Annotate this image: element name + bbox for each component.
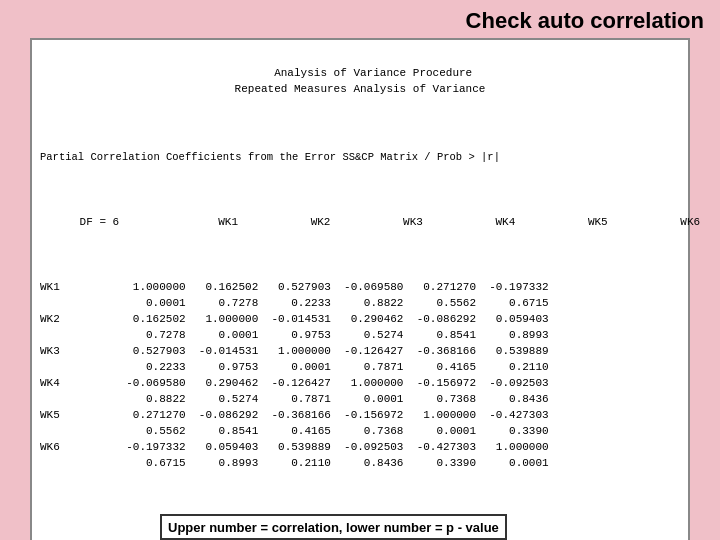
- header-line1: Analysis of Variance Procedure: [274, 67, 472, 79]
- annotation-container: Upper number = correlation, lower number…: [160, 508, 680, 540]
- df-line: DF = 6: [80, 216, 120, 228]
- header: Analysis of Variance Procedure Repeated …: [40, 50, 680, 114]
- annotation-text: Upper number = correlation, lower number…: [168, 520, 499, 535]
- corr-row: WK1 1.000000 0.162502 0.527903 -0.069580…: [40, 280, 680, 312]
- main-box: Analysis of Variance Procedure Repeated …: [30, 38, 690, 540]
- corr-row: WK6 -0.197332 0.059403 0.539889 -0.09250…: [40, 440, 680, 472]
- corr-row: WK4 -0.069580 0.290462 -0.126427 1.00000…: [40, 376, 680, 408]
- corr-rows: WK1 1.000000 0.162502 0.527903 -0.069580…: [40, 280, 680, 471]
- corr-row: WK5 0.271270 -0.086292 -0.368166 -0.1569…: [40, 408, 680, 440]
- partial-corr-section: Partial Correlation Coefficients from th…: [40, 118, 680, 504]
- page-title: Check auto correlation: [0, 0, 720, 38]
- annotation-box: Upper number = correlation, lower number…: [160, 514, 507, 540]
- col-headers: WK1 WK2 WK3 WK4 WK5 WK6: [119, 216, 700, 228]
- corr-row: WK3 0.527903 -0.014531 1.000000 -0.12642…: [40, 344, 680, 376]
- header-line2: Repeated Measures Analysis of Variance: [235, 83, 486, 95]
- partial-corr-header: Partial Correlation Coefficients from th…: [40, 150, 680, 165]
- corr-row: WK2 0.162502 1.000000 -0.014531 0.290462…: [40, 312, 680, 344]
